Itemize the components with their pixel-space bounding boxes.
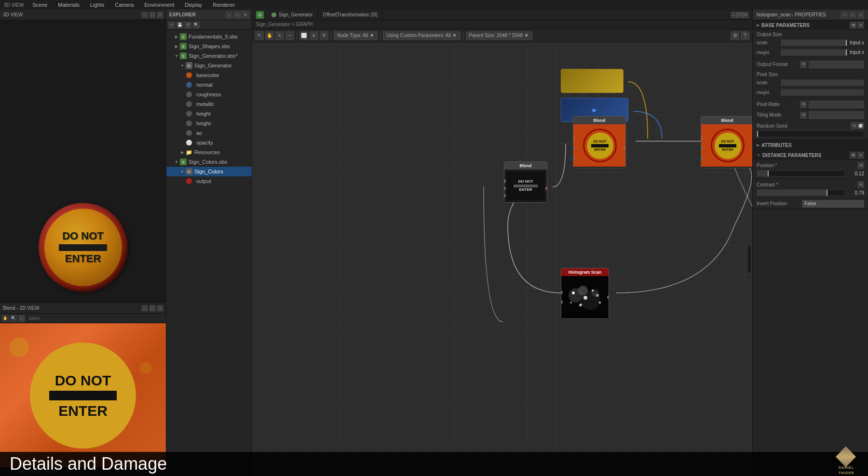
exp-btn-refresh[interactable]: ↺ [185,22,191,28]
node-blend-medium-2[interactable]: Blend DO NOT ENTER [701,116,752,168]
base-params-icon-1[interactable]: ⟲ [850,22,856,28]
tree-item-sign-generator-sbs[interactable]: ▼ S Sign_Generator.sbs* [166,51,252,61]
menu-scene[interactable]: Scene [30,1,49,9]
tree-item-basecolor[interactable]: basecolor [166,70,252,80]
width-slider[interactable] [781,40,847,46]
tree-item-normal[interactable]: normal [166,80,252,90]
graph-tab-offset[interactable]: Offset[Transformation 20] [318,10,383,20]
tree-item-output-red[interactable]: output [166,176,252,186]
3d-view-maximize[interactable]: □ [149,12,155,18]
tool-grid[interactable]: # [320,31,328,40]
histogram-out[interactable] [607,295,609,299]
tree-item-sign-colors-sbs[interactable]: ▼ S Sign_Colors.sbs [166,157,252,167]
graph-close[interactable]: × [743,12,748,18]
tool-help[interactable]: ? [741,31,749,40]
random-seed-icon-1[interactable]: ⟲ [851,122,857,129]
graph-tab-sign-generator[interactable]: Sign_Generator [267,10,318,20]
pixel-ratio-icon[interactable]: ⟲ [800,101,807,108]
blend-med2-out[interactable] [752,146,752,150]
graph-canvas[interactable]: ▶ Blend DO NOT ENTER [252,42,752,476]
params-dropdown[interactable]: Using Custom Parameters: All ▼ [383,31,460,40]
tool-align[interactable]: ≡ [310,31,318,40]
tree-item-fundamentals[interactable]: ▶ S Fundamentals_5.sbs [166,32,252,41]
graph-minimize[interactable]: – [731,12,737,18]
blend-small-in-1[interactable] [504,179,506,183]
node-blend-medium-1[interactable]: Blend DO NOT ENTER [573,116,626,168]
tree-item-height-2[interactable]: height [166,119,252,128]
output-format-icon[interactable]: ⟲ [800,61,807,68]
distance-icon-1[interactable]: ⟲ [850,152,856,159]
tree-item-metallic[interactable]: metallic [166,99,252,109]
tiling-mode-icon[interactable]: ⟲ [800,112,807,119]
random-seed-slider[interactable] [757,131,864,137]
tree-item-sign-shapes[interactable]: ▶ S Sign_Shapes.sbs [166,41,252,51]
tool-zoom-in[interactable]: + [275,31,284,40]
props-minimize[interactable]: – [841,12,848,18]
2d-view-minimize[interactable]: – [142,305,148,311]
exp-btn-new[interactable]: + [168,22,175,28]
2d-tool-pan[interactable]: ✋ [2,315,9,322]
menu-lights[interactable]: Lights [88,1,106,9]
position-slider[interactable] [757,170,845,177]
3d-view-minimize[interactable]: – [142,12,148,18]
blend-med1-out[interactable] [624,146,625,150]
2d-view-maximize[interactable]: □ [149,305,155,311]
tree-item-ao[interactable]: ao [166,128,252,138]
node-type-dropdown[interactable]: Node Type: All ▼ [334,31,378,40]
menu-environment[interactable]: Environment [142,1,176,9]
output-format-value[interactable] [809,61,864,68]
tree-item-roughness[interactable]: roughness [166,90,252,99]
pixel-ratio-value[interactable] [809,101,864,108]
explorer-maximize[interactable]: □ [234,12,241,18]
node-blend-small[interactable]: Blend DO NOT ENTER [504,161,547,203]
tool-select[interactable]: ↖ [255,31,264,40]
blend-small-in-3[interactable] [504,194,506,198]
section-base-params-header[interactable]: ▶ BASE PARAMETERS ⟲ ≡ [753,20,868,30]
tree-item-sign-colors-node[interactable]: ▼ N Sign_Colors [166,167,252,176]
tree-item-height-1[interactable]: height [166,109,252,119]
node-yellow-rect[interactable] [561,69,624,93]
height-slider[interactable] [781,49,847,56]
menu-3d-view[interactable]: 3D VIEW [4,2,24,8]
contrast-slider[interactable] [757,189,845,196]
explorer-minimize[interactable]: – [226,12,232,18]
tree-item-resources[interactable]: ▶ 📁 Resources [166,147,252,157]
scroll-indicator-right[interactable] [747,245,751,274]
blend-small-in-2[interactable] [504,186,506,190]
explorer-close[interactable]: × [242,12,249,18]
graph-maximize[interactable]: □ [737,12,743,18]
section-distance-params-header[interactable]: ▼ DISTANCE PARAMETERS ⟲ ≡ [753,150,868,160]
2d-view-close[interactable]: × [157,305,163,311]
base-params-icon-2[interactable]: ≡ [857,22,864,28]
menu-renderer[interactable]: Renderer [211,1,237,9]
2d-tool-fit[interactable]: ⬛ [18,315,25,322]
tiling-mode-value[interactable] [809,111,864,119]
position-icon[interactable]: ⟲ [857,162,864,169]
props-close[interactable]: × [857,12,864,18]
tool-zoom-out[interactable]: − [285,31,294,40]
distance-icon-2[interactable]: ≡ [857,152,864,159]
2d-tool-zoom[interactable]: 🔍 [10,315,17,322]
exp-btn-search[interactable]: 🔍 [193,22,200,28]
node-histogram-scan[interactable]: Histogram Scan [561,268,609,319]
pixel-width-slider[interactable] [781,79,864,86]
tool-frame[interactable]: ⬜ [299,31,308,40]
3d-view-close[interactable]: × [157,12,163,18]
tree-item-opacity[interactable]: opacity [166,138,252,147]
props-maximize[interactable]: □ [849,12,856,18]
invert-position-dropdown[interactable]: False [802,200,864,208]
tree-icon-sbs-sign-shapes: S [180,43,187,50]
menu-materials[interactable]: Materials [56,1,81,9]
exp-btn-save[interactable]: 💾 [176,22,183,28]
blend-small-out[interactable] [545,186,547,190]
pixel-height-slider[interactable] [781,89,864,96]
parent-size-dropdown[interactable]: Parent Size: 2048 * 2048 ▼ [466,31,532,40]
random-seed-icon-2[interactable]: 🎲 [857,122,864,129]
tree-item-sign-generator-node[interactable]: ▼ N Sign_Generator [166,61,252,70]
section-attributes-header[interactable]: ▶ ATTRIBUTES [753,140,868,150]
tool-move[interactable]: ✋ [265,31,274,40]
menu-display[interactable]: Display [183,1,204,9]
contrast-icon[interactable]: ⟲ [857,181,864,188]
menu-camera[interactable]: Camera [113,1,136,9]
tool-settings[interactable]: ⚙ [731,31,739,40]
